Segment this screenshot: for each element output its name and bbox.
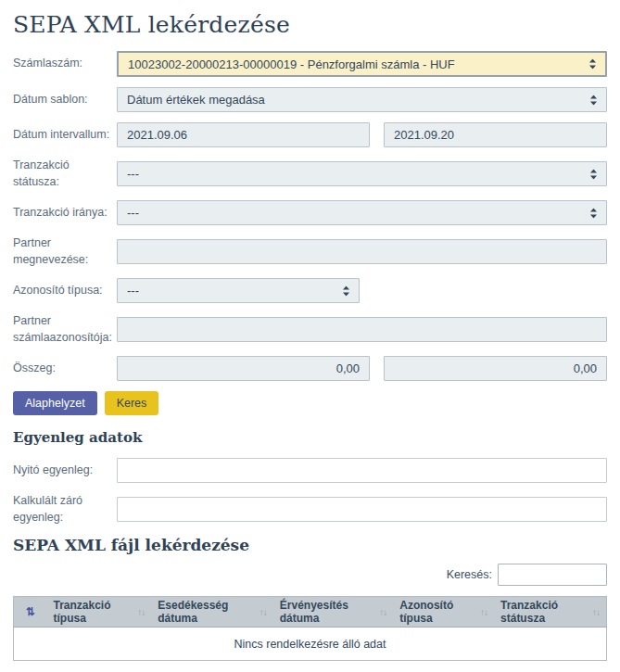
amount-from-input[interactable] [117, 356, 370, 381]
date-interval-row: Dátum intervallum: [13, 122, 607, 147]
date-from-input[interactable] [117, 122, 370, 147]
table-search-label: Keresés: [447, 568, 492, 581]
sepa-xml-query-page: SEPA XML lekérdezése Számlaszám: 1002300… [0, 11, 620, 672]
date-template-select[interactable]: Dátum értékek megadása [117, 87, 607, 112]
closing-balance-label: Kalkulált záró egyenleg: [13, 493, 113, 526]
table-search-row: Keresés: [13, 564, 607, 586]
select-caret-icon [589, 169, 598, 179]
tx-status-row: Tranzakció státusza: --- [13, 158, 607, 190]
tx-direction-label: Tranzakció iránya: [13, 205, 113, 222]
empty-table-row: Nincs rendelkezésre álló adat [14, 628, 607, 661]
column-header-tx-status[interactable]: Tranzakció státusza ↑↓ [494, 597, 606, 628]
column-header-label: Tranzakció státusza [500, 599, 588, 625]
amount-to-input[interactable] [384, 356, 607, 381]
results-table-header-row: ⇅ Tranzakció típusa ↑↓ Esedékesség dátum… [14, 597, 607, 628]
sort-both-icon[interactable]: ⇅ [20, 605, 41, 618]
balance-section-title: Egyenleg adatok [13, 429, 607, 446]
id-type-row: Azonosító típusa: --- [13, 278, 607, 303]
column-header-due-date[interactable]: Esedékesség dátuma ↑↓ [151, 597, 273, 628]
search-button[interactable]: Keres [105, 391, 159, 415]
closing-balance-row: Kalkulált záró egyenleg: [13, 493, 607, 526]
column-header-id-type[interactable]: Azonosító típusa ↑↓ [393, 597, 494, 628]
file-section-title: SEPA XML fájl lekérdezése [13, 536, 607, 554]
tx-direction-select[interactable]: --- [117, 200, 607, 225]
account-select[interactable]: 10023002-20000213-00000019 - Pénzforgalm… [117, 51, 607, 77]
tx-direction-select-value: --- [127, 206, 139, 220]
sort-updown-icon[interactable]: ↑↓ [259, 607, 267, 617]
partner-name-row: Partner megnevezése: [13, 235, 607, 268]
sort-updown-icon[interactable]: ↑↓ [592, 607, 600, 617]
partner-account-input[interactable] [117, 317, 607, 342]
tx-status-label: Tranzakció státusza: [13, 158, 113, 190]
id-type-select-value: --- [127, 284, 139, 298]
column-header-label: Azonosító típusa [399, 599, 476, 625]
page-title: SEPA XML lekérdezése [13, 11, 607, 38]
column-header-label: Tranzakció típusa [54, 599, 134, 625]
date-template-select-value: Dátum értékek megadása [127, 93, 265, 107]
column-header-tx-type[interactable]: Tranzakció típusa ↑↓ [47, 597, 152, 628]
partner-name-label: Partner megnevezése: [13, 235, 113, 268]
results-table: ⇅ Tranzakció típusa ↑↓ Esedékesség dátum… [13, 596, 607, 661]
partner-account-row: Partner számlaazonosítója: [13, 313, 607, 346]
select-caret-icon [589, 208, 598, 218]
select-caret-icon [342, 285, 350, 296]
amount-row: Összeg: [13, 356, 607, 381]
date-template-label: Dátum sablon: [13, 92, 113, 108]
tx-direction-row: Tranzakció iránya: --- [13, 200, 607, 225]
partner-name-input[interactable] [117, 239, 607, 264]
tx-status-select-value: --- [127, 167, 139, 181]
account-label: Számlaszám: [13, 56, 113, 72]
form-buttons: Alaphelyzet Keres [13, 391, 607, 415]
opening-balance-input[interactable] [117, 458, 607, 483]
sort-updown-icon[interactable]: ↑↓ [480, 607, 487, 617]
opening-balance-label: Nyitó egyenleg: [13, 463, 113, 479]
sort-updown-icon[interactable]: ↑↓ [137, 607, 145, 617]
account-row: Számlaszám: 10023002-20000213-00000019 -… [13, 51, 607, 77]
sort-updown-icon[interactable]: ↑↓ [379, 607, 386, 617]
column-header-label: Érvényesítés dátuma [280, 599, 376, 625]
closing-balance-input[interactable] [117, 497, 607, 522]
date-interval-label: Dátum intervallum: [13, 127, 113, 144]
amount-label: Összeg: [13, 361, 113, 377]
id-type-label: Azonosító típusa: [13, 283, 113, 299]
column-header-label: Esedékesség dátuma [158, 599, 256, 625]
empty-table-message: Nincs rendelkezésre álló adat [14, 628, 607, 661]
table-search-input[interactable] [498, 564, 607, 586]
opening-balance-row: Nyitó egyenleg: [13, 458, 607, 483]
column-header-sort[interactable]: ⇅ [14, 597, 47, 628]
select-caret-icon [589, 95, 598, 105]
date-template-row: Dátum sablon: Dátum értékek megadása [13, 87, 607, 112]
date-to-input[interactable] [384, 122, 607, 147]
partner-account-label: Partner számlaazonosítója: [13, 313, 113, 346]
column-header-validation-date[interactable]: Érvényesítés dátuma ↑↓ [273, 597, 394, 628]
tx-status-select[interactable]: --- [117, 161, 607, 186]
select-caret-icon [588, 59, 597, 70]
id-type-select[interactable]: --- [117, 278, 360, 303]
account-select-value: 10023002-20000213-00000019 - Pénzforgalm… [128, 57, 455, 71]
reset-button[interactable]: Alaphelyzet [13, 391, 97, 415]
